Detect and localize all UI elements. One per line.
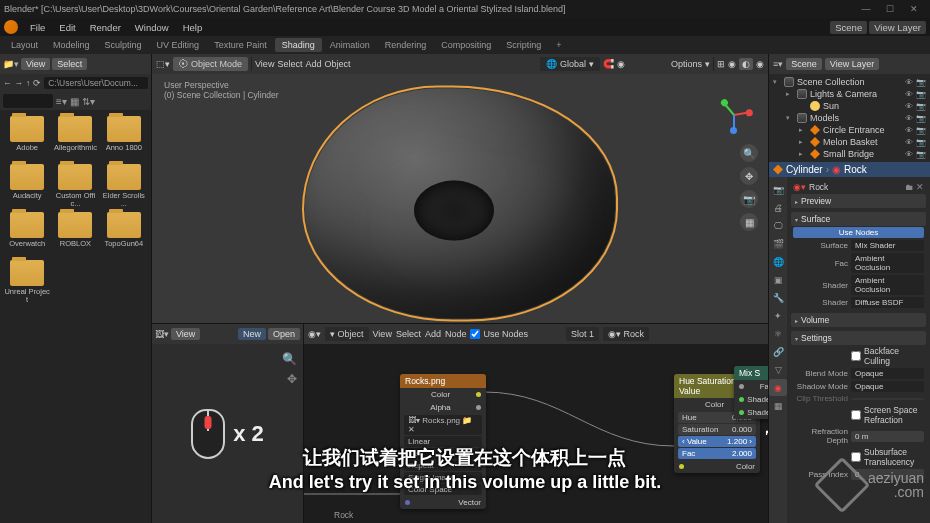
nav-up-icon[interactable]: ↑ [26, 78, 30, 88]
tab-object-icon[interactable]: ▣ [769, 271, 787, 288]
folder-item[interactable]: Elder Scrolls ... [101, 164, 147, 208]
refr-depth[interactable]: 0 m [851, 431, 924, 442]
tab-scene-icon[interactable]: 🎬 [769, 235, 787, 252]
tab-uv[interactable]: UV Editing [150, 38, 207, 52]
backface-check[interactable] [851, 351, 861, 361]
outliner-row[interactable]: ▸Lights & Camera👁📷 [771, 88, 928, 100]
hsv-sat[interactable]: Saturation0.000 [678, 424, 756, 435]
image-select[interactable]: 🖼▾ Rocks.png 📁✕ [404, 415, 482, 435]
orient-dropdown[interactable]: 🌐 Global ▾ [540, 57, 600, 71]
search-input[interactable] [3, 94, 53, 108]
ne-add[interactable]: Add [425, 329, 441, 339]
camera-icon[interactable]: 📷 [740, 190, 758, 208]
view-list-icon[interactable]: ≡▾ [56, 96, 67, 107]
ne-view[interactable]: View [373, 329, 392, 339]
hsv-fac[interactable]: Fac2.000 [678, 448, 756, 459]
slot-dropdown[interactable]: Slot 1 [566, 327, 599, 341]
ssr-check[interactable] [851, 410, 861, 420]
view-grid-icon[interactable]: ▦ [70, 96, 79, 107]
nav-fwd-icon[interactable]: → [15, 78, 24, 88]
sort-icon[interactable]: ⇅▾ [82, 96, 95, 107]
shadow-drop[interactable]: Opaque [851, 381, 924, 392]
tab-compositing[interactable]: Compositing [434, 38, 498, 52]
folder-item[interactable]: Overwatch [4, 212, 50, 256]
path-input[interactable]: C:\Users\User\Docum... [44, 77, 148, 89]
vp-view[interactable]: View [255, 59, 274, 69]
outliner-row[interactable]: ▾Models👁📷 [771, 112, 928, 124]
viewlayer-dropdown[interactable]: View Layer [869, 21, 926, 34]
layer-field[interactable]: View Layer [825, 58, 879, 70]
pan-icon[interactable]: ✥ [287, 372, 297, 386]
ne-select[interactable]: Select [396, 329, 421, 339]
sst-check[interactable] [851, 452, 861, 462]
scene-field[interactable]: Scene [786, 58, 822, 70]
snap-icon[interactable]: 🧲 [603, 59, 614, 69]
shade-wire-icon[interactable]: ⊞ [717, 59, 725, 69]
nav-gizmo[interactable] [714, 94, 754, 134]
tab-world-icon[interactable]: 🌐 [769, 253, 787, 270]
shade-matprev-icon[interactable]: ◐ [739, 58, 753, 70]
menu-help[interactable]: Help [177, 21, 209, 34]
sec-preview[interactable]: ▸Preview [791, 194, 926, 208]
sec-settings[interactable]: ▾Settings [791, 331, 926, 345]
tab-layout[interactable]: Layout [4, 38, 45, 52]
menu-window[interactable]: Window [129, 21, 175, 34]
3d-viewport[interactable]: User Perspective (0) Scene Collection | … [152, 74, 768, 323]
folder-item[interactable]: Unreal Project [4, 260, 50, 304]
outliner-row[interactable]: ▾Scene Collection👁📷 [771, 76, 928, 88]
ne-object-drop[interactable]: ▾ Object [325, 327, 369, 341]
outliner-row[interactable]: ▸Small Bridge👁📷 [771, 148, 928, 160]
folder-item[interactable]: Allegorithmic [52, 116, 98, 160]
window-controls[interactable]: —☐✕ [854, 4, 926, 14]
menu-file[interactable]: File [24, 21, 51, 34]
tab-rendering[interactable]: Rendering [378, 38, 434, 52]
nav-back-icon[interactable]: ← [3, 78, 12, 88]
folder-item[interactable]: ROBLOX [52, 212, 98, 256]
vp-select[interactable]: Select [277, 59, 302, 69]
outliner-row[interactable]: ▸Melon Basket👁📷 [771, 136, 928, 148]
use-nodes-checkbox[interactable]: Use Nodes [470, 329, 528, 339]
outliner-row[interactable]: Sun👁📷 [771, 100, 928, 112]
editor-type-icon[interactable]: ⬚▾ [156, 59, 170, 69]
sec-surface[interactable]: ▾Surface [791, 212, 926, 226]
outliner-active-row[interactable]: Cylinder › ◉ Rock [769, 162, 930, 177]
tab-mesh-icon[interactable]: ▽ [769, 361, 787, 378]
tab-particle-icon[interactable]: ✦ [769, 307, 787, 324]
menu-edit[interactable]: Edit [53, 21, 81, 34]
hsv-value[interactable]: ‹ Value1.200 › [678, 436, 756, 447]
img-view[interactable]: View [171, 328, 200, 340]
vp-add[interactable]: Add [305, 59, 321, 69]
folder-item[interactable]: Adobe [4, 116, 50, 160]
surface-drop[interactable]: Mix Shader [851, 240, 924, 251]
shade-rendered-icon[interactable]: ◉ [756, 59, 764, 69]
tab-texpaint[interactable]: Texture Paint [207, 38, 274, 52]
proportional-icon[interactable]: ◉ [617, 59, 625, 69]
folder-item[interactable]: Custom Offic... [52, 164, 98, 208]
tab-scripting[interactable]: Scripting [499, 38, 548, 52]
shader1-drop[interactable]: Ambient Occlusion [851, 275, 924, 295]
persp-icon[interactable]: ▦ [740, 213, 758, 231]
node-mix-shader[interactable]: Mix S Fac Shader Shader [734, 366, 768, 419]
tab-animation[interactable]: Animation [323, 38, 377, 52]
folder-item[interactable]: TopoGun64 [101, 212, 147, 256]
tab-shading[interactable]: Shading [275, 38, 322, 52]
rock-mesh[interactable] [305, 88, 615, 318]
fb-select[interactable]: Select [52, 58, 87, 70]
tab-sculpting[interactable]: Sculpting [98, 38, 149, 52]
pan-icon[interactable]: ✥ [740, 167, 758, 185]
node-editor[interactable]: ◉▾ ▾ Object View Select Add Node Use Nod… [304, 324, 768, 523]
img-new[interactable]: New [238, 328, 266, 340]
tab-material-icon[interactable]: ◉ [769, 379, 787, 396]
img-open[interactable]: Open [268, 328, 300, 340]
sec-volume[interactable]: ▸Volume [791, 313, 926, 327]
tab-modeling[interactable]: Modeling [46, 38, 97, 52]
tab-output-icon[interactable]: 🖨 [769, 199, 787, 216]
tab-constraint-icon[interactable]: 🔗 [769, 343, 787, 360]
vp-object[interactable]: Object [324, 59, 350, 69]
zoom-icon[interactable]: 🔍 [740, 144, 758, 162]
ne-node[interactable]: Node [445, 329, 467, 339]
use-nodes-btn[interactable]: Use Nodes [793, 227, 924, 238]
tab-view-icon[interactable]: 🖵 [769, 217, 787, 234]
folder-item[interactable]: Audacity [4, 164, 50, 208]
outliner-row[interactable]: ▸Circle Entrance👁📷 [771, 124, 928, 136]
